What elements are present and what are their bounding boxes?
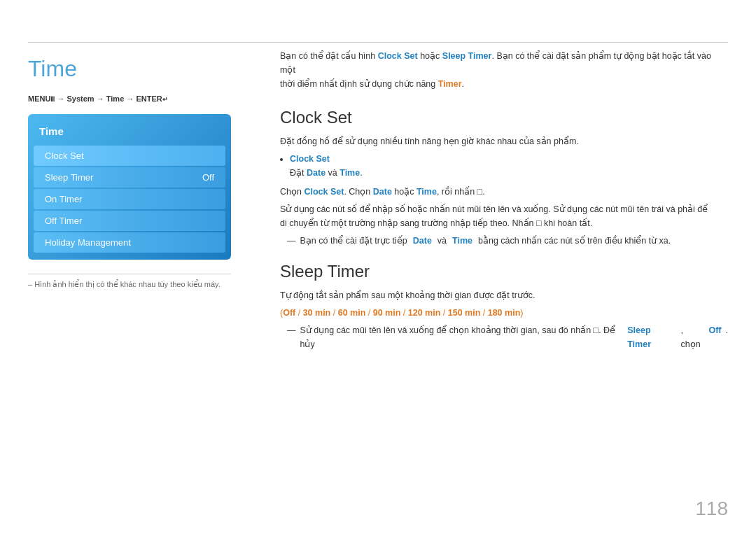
sleep-timer-heading: Sleep Timer <box>280 262 728 281</box>
menu-item-label: Off Timer <box>45 216 82 226</box>
intro-timer-highlight: Timer <box>438 79 462 89</box>
sleep-timer-note-highlight: Sleep Timer <box>627 323 675 352</box>
clock-set-heading: Clock Set <box>280 108 728 127</box>
menu-item-off-timer[interactable]: Off Timer <box>34 211 225 231</box>
clock-set-body: Đặt đồng hồ để sử dụng nhiều tính năng h… <box>280 134 728 248</box>
footer-note-text: – Hình ảnh hiển thị có thể khác nhau tùy… <box>28 280 220 288</box>
clock-set-step2: Sử dụng các nút số để nhập số hoặc nhấn … <box>280 202 728 231</box>
page-title: Time <box>28 56 266 82</box>
off-note-highlight: Off <box>708 323 721 352</box>
menu-item-holiday-management[interactable]: Holiday Management <box>34 232 225 253</box>
page-number: 118 <box>695 498 728 520</box>
menu-item-value: Off <box>202 172 214 183</box>
time-highlight: Time <box>340 168 360 178</box>
date-step1-highlight: Date <box>373 187 392 197</box>
menu-item-label: On Timer <box>45 194 82 204</box>
clock-set-bullet-list: Clock Set Đặt Date và Time. <box>290 152 728 181</box>
menu-item-label: Holiday Management <box>45 237 131 248</box>
clock-set-step1: Chọn Clock Set. Chọn Date hoặc Time, rồi… <box>280 185 728 199</box>
sleep-options-text: (Off / 30 min / 60 min / 90 min / 120 mi… <box>280 308 523 318</box>
menu-item-on-timer[interactable]: On Timer <box>34 189 225 209</box>
menu-panel-title: Time <box>28 120 231 144</box>
time-step1-highlight: Time <box>416 187 437 197</box>
date-highlight: Date <box>307 168 326 178</box>
right-column: Bạn có thể đặt cấu hình Clock Set hoặc S… <box>280 49 728 366</box>
intro-clock-set-highlight: Clock Set <box>378 51 418 61</box>
menu-path: MENUⅢ → System → Time → ENTER↵ <box>28 94 266 103</box>
clock-set-bullet-item: Clock Set Đặt Date và Time. <box>290 152 728 181</box>
menu-item-label: Clock Set <box>45 150 84 161</box>
clock-set-intro: Đặt đồng hồ để sử dụng nhiều tính năng h… <box>280 134 728 149</box>
left-column: Time MENUⅢ → System → Time → ENTER↵ Time… <box>28 49 266 289</box>
sleep-timer-intro: Tự động tắt sản phẩm sau một khoảng thời… <box>280 288 728 303</box>
menu-item-label: Sleep Timer <box>45 172 93 183</box>
menu-panel: Time Clock Set Sleep Timer Off On Timer … <box>28 114 231 260</box>
menu-item-sleep-timer[interactable]: Sleep Timer Off <box>34 167 225 188</box>
sleep-timer-body: Tự động tắt sản phẩm sau một khoảng thời… <box>280 288 728 352</box>
intro-paragraph: Bạn có thể đặt cấu hình Clock Set hoặc S… <box>280 49 728 91</box>
clock-set-step1-highlight: Clock Set <box>304 187 344 197</box>
time-dash-highlight: Time <box>452 234 472 248</box>
menu-item-clock-set[interactable]: Clock Set <box>34 146 225 166</box>
sleep-timer-options: (Off / 30 min / 60 min / 90 min / 120 mi… <box>280 306 728 321</box>
date-dash-highlight: Date <box>413 234 432 248</box>
clock-set-bullet-label: Clock Set <box>290 154 330 164</box>
intro-sleep-timer-highlight: Sleep Timer <box>442 51 492 61</box>
top-divider <box>28 42 728 43</box>
clock-set-dash-note: Bạn có thể cài đặt trực tiếp Date và Tim… <box>287 234 728 248</box>
left-footer-note: – Hình ảnh hiển thị có thể khác nhau tùy… <box>28 274 231 289</box>
sleep-timer-dash-note: Sử dụng các mũi tên lên và xuống để chọn… <box>287 323 728 352</box>
